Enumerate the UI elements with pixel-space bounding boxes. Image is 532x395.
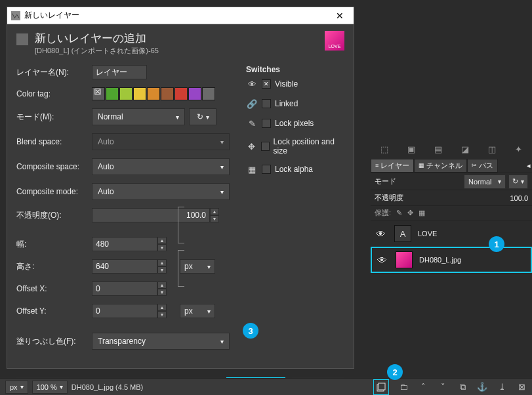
color-tag-purple[interactable] (188, 87, 201, 100)
chevron-down-icon: ▾ (521, 178, 524, 185)
color-tag-none[interactable] (92, 87, 105, 100)
panel-tabs: ≡レイヤー ▦チャンネル ✂パス ◂ (371, 158, 532, 173)
zoom-value: 100 % (37, 383, 57, 391)
anchor-layer-button[interactable]: ⚓ (477, 382, 487, 392)
clear-icon[interactable]: ◫ (488, 144, 496, 154)
tab-paths[interactable]: ✂パス (467, 159, 498, 173)
duplicate-layer-button[interactable]: ⧉ (457, 382, 468, 392)
chevron-down-icon: ▾ (220, 188, 224, 196)
color-tag-green[interactable] (106, 87, 119, 100)
status-bar-left: px▾ 100 %▾ DH080_L.jpg (4.5 MB) (5, 381, 143, 394)
link-icon: 🔗 (246, 98, 258, 110)
protect-move-icon[interactable]: ✥ (407, 209, 413, 217)
opacity-input[interactable] (92, 208, 210, 222)
lock-position-checkbox[interactable] (261, 142, 270, 151)
new-layer-button[interactable] (376, 382, 386, 392)
lower-layer-button[interactable]: ˅ (438, 382, 448, 392)
color-tag-red[interactable] (174, 87, 188, 100)
close-button[interactable]: ✕ (330, 7, 350, 24)
chevron-down-icon: ▾ (498, 178, 501, 185)
svg-rect-2 (379, 383, 385, 390)
switch-linked: 🔗 Linked (246, 98, 344, 110)
row-opacity: 不透明度(O): ▲ ▼ (16, 208, 233, 222)
width-down[interactable]: ▼ (157, 244, 167, 251)
layer-visibility-toggle[interactable]: 👁 (377, 255, 389, 266)
layer-item-image[interactable]: 👁 DH080_L.jpg (371, 247, 532, 273)
offset-x-spinbox: ▲▼ (92, 281, 167, 296)
composite-mode-select[interactable]: Auto▾ (92, 183, 230, 200)
offset-y-spinbox: ▲▼ (92, 304, 167, 318)
offset-y-input[interactable] (92, 304, 157, 318)
alpha-icon: ▦ (246, 163, 258, 175)
offx-down[interactable]: ▼ (157, 289, 167, 296)
delete-layer-button[interactable]: ⊠ (516, 382, 527, 392)
svg-rect-0 (11, 11, 20, 20)
row-color-tag: Color tag: (16, 87, 233, 100)
selection-icon[interactable]: ⬚ (380, 144, 388, 154)
mode-select[interactable]: Normal▾ (92, 108, 185, 125)
color-tag-gray[interactable] (202, 87, 215, 100)
offset-unit-select[interactable]: px▾ (180, 304, 215, 318)
lock-pixels-checkbox[interactable] (262, 119, 271, 128)
unit-selector[interactable]: px▾ (5, 381, 28, 394)
raise-layer-button[interactable]: ˄ (418, 382, 428, 392)
height-down[interactable]: ▼ (157, 266, 167, 274)
layers-icon (16, 33, 28, 45)
new-layer-dialog: 新しいレイヤー ✕ 新しいレイヤーの追加 [DH080_L] (インポートされた… (7, 7, 354, 369)
blend-space-select[interactable]: Auto▾ (92, 133, 230, 150)
merge-down-button[interactable]: ⤓ (497, 382, 507, 392)
offset-x-input[interactable] (92, 281, 157, 296)
tab-layers[interactable]: ≡レイヤー (371, 159, 414, 173)
unit-value: px (10, 383, 18, 391)
width-up[interactable]: ▲ (157, 237, 167, 244)
size-unit-select[interactable]: px▾ (180, 259, 215, 274)
fill-value: Transparency (98, 337, 146, 346)
dialog-body: 新しいレイヤーの追加 [DH080_L] (インポートされた画像)-65 LOV… (7, 24, 354, 395)
offx-up[interactable]: ▲ (157, 281, 167, 289)
panel-menu-button[interactable]: ◂ (525, 160, 532, 171)
layer-visibility-toggle[interactable]: 👁 (376, 228, 388, 239)
width-input[interactable] (92, 237, 157, 251)
row-composite-mode: Composite mode: Auto▾ (16, 183, 233, 200)
protect-alpha-icon[interactable]: ▦ (419, 209, 425, 217)
visible-label: Visible (275, 79, 298, 89)
selection-all-icon[interactable]: ▣ (407, 144, 415, 154)
reset-icon: ↻ (197, 112, 203, 121)
color-tag-lime[interactable] (119, 87, 133, 100)
chevron-down-icon: ▾ (20, 383, 24, 390)
fill-select[interactable]: Transparency▾ (92, 333, 230, 350)
fill-icon[interactable]: ◪ (461, 144, 469, 154)
rp-mode-reset-button[interactable]: ↻▾ (508, 175, 528, 189)
wand-icon[interactable]: ✦ (515, 144, 522, 154)
color-tag-orange[interactable] (147, 87, 160, 100)
offy-up[interactable]: ▲ (157, 304, 167, 311)
height-input[interactable] (92, 259, 157, 274)
width-label: 幅: (16, 239, 92, 250)
switches-column: Switches 👁 ✕ Visible 🔗 Linked ✎ Lock pix… (246, 65, 344, 358)
color-tag-brown[interactable] (161, 87, 174, 100)
rp-opacity-value[interactable]: 100.0 (409, 194, 528, 202)
visible-checkbox[interactable]: ✕ (262, 79, 271, 89)
offy-down[interactable]: ▼ (157, 311, 167, 318)
offset-unit-value: px (184, 306, 193, 316)
new-group-button[interactable]: 🗀 (398, 382, 409, 392)
protect-brush-icon[interactable]: ✎ (396, 209, 402, 217)
layer-item-text[interactable]: 👁 A LOVE (371, 220, 532, 247)
height-up[interactable]: ▲ (157, 259, 167, 266)
header-subtitle: [DH080_L] (インポートされた画像)-65 (35, 46, 318, 56)
tab-channels[interactable]: ▦チャンネル (414, 159, 467, 173)
opacity-up[interactable]: ▲ (210, 208, 219, 215)
rp-mode-select[interactable]: Normal▾ (464, 175, 506, 189)
color-tag-yellow[interactable] (133, 87, 146, 100)
opacity-down[interactable]: ▼ (210, 215, 219, 222)
layer-name: DH080_L.jpg (419, 256, 461, 264)
lock-alpha-checkbox[interactable] (262, 165, 271, 174)
linked-checkbox[interactable] (262, 99, 271, 108)
composite-space-select[interactable]: Auto▾ (92, 158, 230, 175)
mode-reset-button[interactable]: ↻▾ (189, 108, 216, 125)
fit-icon[interactable]: ▤ (434, 144, 442, 154)
row-offset-x: Offset X: ▲▼ (16, 281, 233, 296)
layer-name: LOVE (418, 230, 437, 238)
layer-name-input[interactable] (92, 65, 147, 79)
zoom-selector[interactable]: 100 %▾ (32, 381, 68, 394)
